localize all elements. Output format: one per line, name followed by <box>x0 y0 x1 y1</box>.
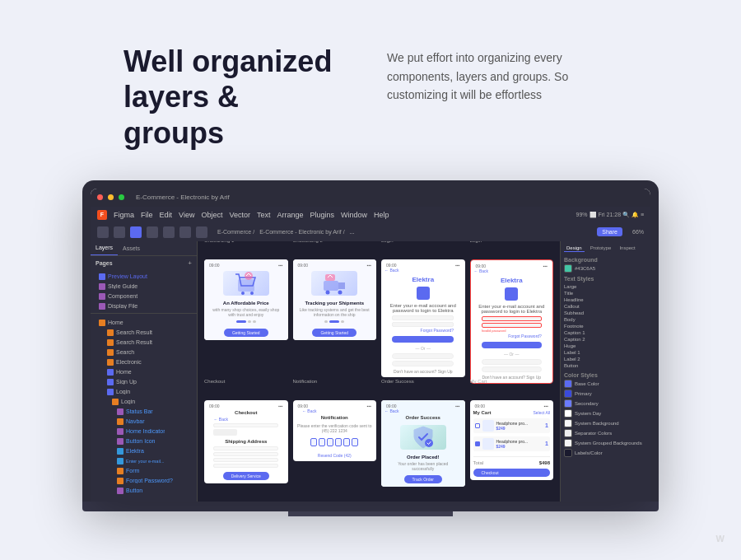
cart-checkbox-2[interactable] <box>475 441 480 446</box>
text-style-headline[interactable]: Headline <box>564 296 647 303</box>
layer-login-frame[interactable]: Login <box>91 387 197 397</box>
email-input-2[interactable] <box>482 316 542 321</box>
toolbar-back-btn[interactable] <box>97 226 109 238</box>
shipping-input-4[interactable] <box>213 464 278 468</box>
canvas-frame-4[interactable]: 09:00 ▪▪▪ ← Back Elektra Enter your e-ma… <box>470 259 554 384</box>
layer-search-result-1[interactable]: Search Result <box>91 328 197 338</box>
back-link-checkout[interactable]: ← Back <box>213 417 228 422</box>
select-all-btn[interactable]: Select All <box>533 410 550 415</box>
checkout-input-1[interactable] <box>213 423 278 427</box>
continue-google-btn-2[interactable] <box>482 366 542 372</box>
text-style-label2[interactable]: Label 2 <box>564 356 647 362</box>
layer-forgot-password[interactable]: Forgot Password? <box>91 476 197 486</box>
share-button[interactable]: Share <box>597 227 622 236</box>
mac-close-dot[interactable] <box>97 194 103 200</box>
continue-fb-btn-2[interactable] <box>482 359 542 365</box>
cart-qty-2[interactable]: 1 <box>545 441 548 446</box>
layer-display-file[interactable]: Display File <box>91 301 197 311</box>
menu-view[interactable]: View <box>179 211 194 219</box>
otp-digit-6[interactable] <box>352 438 358 446</box>
password-input-1[interactable] <box>392 322 454 327</box>
mac-fullscreen-dot[interactable] <box>119 194 124 200</box>
menu-file[interactable]: File <box>141 211 153 219</box>
menu-figma[interactable]: Figma <box>114 211 134 219</box>
layer-home-group[interactable]: Home <box>91 318 197 328</box>
text-style-large[interactable]: Large <box>564 283 647 290</box>
toolbar-select-btn[interactable] <box>130 226 142 238</box>
canvas-frame-2[interactable]: 09:00 ▪▪▪ <box>293 259 377 340</box>
toolbar-frame-btn[interactable] <box>147 226 158 238</box>
canvas-frame-6[interactable]: 09:00 ▪▪▪ ← Back Notification Please ent… <box>293 400 377 461</box>
layer-search[interactable]: Search <box>91 348 197 357</box>
resend-btn[interactable]: Resend Code (42) <box>318 453 352 458</box>
canvas-frame-3[interactable]: 09:00 ▪▪▪ ← Back Elektra Enter your e-ma… <box>381 259 465 377</box>
back-link-notif[interactable]: ← Back <box>302 408 317 413</box>
otp-digit-3[interactable] <box>327 438 333 446</box>
track-order-btn[interactable]: Track Order <box>404 475 442 483</box>
otp-digit-4[interactable] <box>335 438 342 446</box>
delivery-btn[interactable]: Delivery Service <box>223 472 269 480</box>
forgot-password-2[interactable]: Forgot Password? <box>508 334 542 338</box>
add-page-icon[interactable]: + <box>188 259 192 267</box>
back-button-4[interactable]: ← Back <box>474 268 489 273</box>
menu-edit[interactable]: Edit <box>160 211 173 219</box>
text-style-button[interactable]: Button <box>564 362 647 369</box>
layer-elektra[interactable]: Elektra <box>91 446 197 456</box>
layer-button-icon[interactable]: Button Icon <box>91 436 197 446</box>
layer-style-guide[interactable]: Style Guide <box>91 282 197 292</box>
layer-status-bar[interactable]: Status Bar <box>91 407 197 417</box>
system-day-swatch[interactable] <box>564 409 572 418</box>
system-bg-swatch[interactable] <box>564 419 572 427</box>
secondary-swatch[interactable] <box>564 399 572 408</box>
layer-home-frame[interactable]: Home <box>91 367 197 377</box>
inspect-tab[interactable]: Inspect <box>617 245 637 252</box>
otp-digit-2[interactable] <box>319 438 325 446</box>
cart-item-2[interactable]: Headphone pro... $249 1 <box>473 436 551 451</box>
getting-started-btn-2[interactable]: Getting Started <box>312 329 357 337</box>
layer-login-group[interactable]: Login <box>91 397 197 407</box>
canvas-frame-7[interactable]: 09:00 ▪▪▪ ← Back Order Success <box>381 400 465 487</box>
layer-electronic[interactable]: Electronic <box>91 357 197 367</box>
continue-fb-btn[interactable] <box>392 353 454 359</box>
primary-swatch[interactable] <box>564 390 572 398</box>
toolbar-pen-btn[interactable] <box>163 226 175 238</box>
canvas-frame-5[interactable]: 09:00 ▪▪▪ Checkout ← Back Shipping Addre… <box>204 400 288 483</box>
layer-button[interactable]: Button <box>91 486 197 496</box>
bg-color-swatch[interactable] <box>564 264 572 273</box>
menu-help[interactable]: Help <box>374 211 389 219</box>
layer-home-indicator[interactable]: Home Indicator <box>91 427 197 436</box>
layer-component[interactable]: Component <box>91 292 197 301</box>
prototype-tab[interactable]: Prototype <box>588 245 614 252</box>
layer-navbar[interactable]: Navbar <box>91 417 197 427</box>
menu-text[interactable]: Text <box>257 211 271 219</box>
shipping-input-1[interactable] <box>213 446 278 450</box>
cart-checkbox-1[interactable] <box>475 423 480 428</box>
layer-preview-layout[interactable]: Preview Layout <box>91 272 197 282</box>
otp-digit-1[interactable] <box>310 438 317 446</box>
text-style-huge[interactable]: Huge <box>564 343 647 349</box>
layer-search-result-2[interactable]: Search Result <box>91 338 197 348</box>
design-tab[interactable]: Design <box>564 245 585 252</box>
cart-item-1[interactable]: Headphone pro... $249 1 <box>473 418 551 433</box>
layer-email-text[interactable]: Enter your e-mail... <box>91 456 197 466</box>
base-color-swatch[interactable] <box>564 380 572 388</box>
grouped-bg-swatch[interactable] <box>564 439 572 447</box>
text-style-callout[interactable]: Callout <box>564 303 647 310</box>
text-style-title[interactable]: Title <box>564 290 647 296</box>
zoom-level[interactable]: 66% <box>632 229 644 235</box>
toolbar-shape-btn[interactable] <box>196 226 207 238</box>
forgot-password-1[interactable]: Forgot Password? <box>421 328 454 333</box>
toolbar-text-btn[interactable] <box>179 226 191 238</box>
cart-qty-1[interactable]: 1 <box>545 422 548 428</box>
labels-swatch[interactable] <box>564 449 572 457</box>
back-button-3[interactable]: ← Back <box>384 268 399 273</box>
text-style-label1[interactable]: Label 1 <box>564 349 647 356</box>
layer-form[interactable]: Form <box>91 466 197 476</box>
layer-signup[interactable]: Sign Up <box>91 377 197 387</box>
menu-vector[interactable]: Vector <box>229 211 250 219</box>
text-style-footnote[interactable]: Footnote <box>564 323 647 329</box>
getting-started-btn-1[interactable]: Getting Started <box>224 329 268 337</box>
text-style-body[interactable]: Body <box>564 316 647 323</box>
text-style-caption2[interactable]: Caption 2 <box>564 336 647 343</box>
text-style-subhead[interactable]: Subhead <box>564 310 647 316</box>
